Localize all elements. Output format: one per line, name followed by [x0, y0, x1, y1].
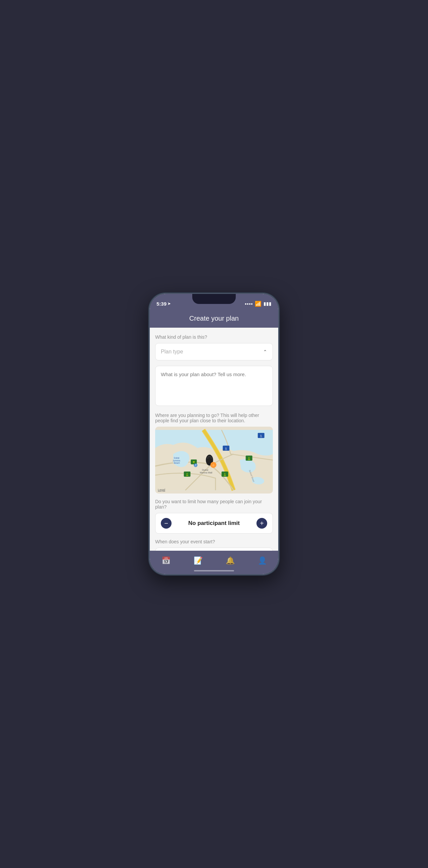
participant-section-label: Do you want to limit how many people can…	[155, 499, 273, 509]
phone-screen: 5:39 ➤ ●●●● 📶 ▮▮▮ Create your plan What …	[150, 294, 278, 574]
nav-item-calendar[interactable]: 📅	[157, 554, 175, 568]
svg-text:94: 94	[186, 474, 188, 476]
plan-type-placeholder: Plan type	[161, 349, 183, 355]
minus-icon: −	[164, 520, 168, 527]
location-arrow-icon: ➤	[167, 302, 171, 306]
plan-type-dropdown[interactable]: Plan type ⌃	[155, 343, 273, 361]
bell-icon: 🔔	[226, 556, 235, 565]
time-text: 5:39	[156, 301, 166, 307]
svg-text:Dubai: Dubai	[174, 457, 179, 459]
nav-item-profile[interactable]: 👤	[254, 554, 271, 568]
svg-text:Beach: Beach	[174, 462, 180, 464]
bottom-nav: 📅 📝 🔔 👤	[150, 551, 278, 574]
svg-text:86: 86	[224, 474, 226, 476]
calendar-icon: 📅	[161, 556, 171, 565]
status-icons: ●●●● 📶 ▮▮▮	[245, 301, 272, 307]
location-label: Where are you planning to go? This will …	[155, 412, 273, 423]
app-header: Create your plan	[150, 311, 278, 328]
map-legal-text: Legal	[158, 488, 165, 492]
home-bar	[194, 570, 234, 571]
plan-type-label: What kind of plan is this?	[155, 334, 273, 340]
decrease-participant-button[interactable]: −	[161, 518, 172, 529]
map-svg: Dubai Marina Mall Dubai Jumeira Beach Sc…	[155, 427, 273, 494]
start-time-label: When does your event start?	[155, 539, 273, 544]
description-input[interactable]	[155, 366, 273, 406]
svg-text:⌂: ⌂	[212, 463, 214, 467]
nav-item-bell[interactable]: 🔔	[222, 554, 239, 568]
increase-participant-button[interactable]: +	[256, 518, 267, 529]
battery-icon: ▮▮▮	[264, 301, 272, 306]
phone-frame: 5:39 ➤ ●●●● 📶 ▮▮▮ Create your plan What …	[149, 293, 279, 575]
svg-text:🏖: 🏖	[194, 464, 196, 467]
participant-value: No participant limit	[188, 520, 240, 527]
scroll-content: What kind of plan is this? Plan type ⌃ W…	[150, 328, 278, 551]
svg-text:94: 94	[193, 461, 195, 463]
chevron-down-icon: ⌃	[263, 349, 267, 354]
svg-text:Marina Mall: Marina Mall	[200, 471, 213, 474]
svg-text:Jumeira: Jumeira	[173, 459, 180, 462]
signal-icon: ●●●●	[245, 302, 253, 306]
nav-item-compose[interactable]: 📝	[190, 554, 207, 568]
svg-text:11: 11	[225, 448, 227, 451]
status-bar: 5:39 ➤ ●●●● 📶 ▮▮▮	[150, 294, 278, 311]
notch	[192, 294, 236, 304]
map-container[interactable]: Dubai Marina Mall Dubai Jumeira Beach Sc…	[155, 427, 273, 494]
svg-text:11: 11	[260, 436, 262, 438]
wifi-icon: 📶	[255, 301, 262, 307]
compose-icon: 📝	[193, 556, 203, 565]
page-title: Create your plan	[156, 315, 272, 322]
profile-icon: 👤	[258, 556, 267, 565]
status-time: 5:39 ➤	[156, 301, 171, 307]
start-time-dropdown[interactable]: Start ⌃	[155, 548, 273, 551]
plus-icon: +	[260, 520, 264, 527]
svg-text:86: 86	[248, 458, 250, 460]
participant-limit-row: − No participant limit +	[155, 513, 273, 534]
